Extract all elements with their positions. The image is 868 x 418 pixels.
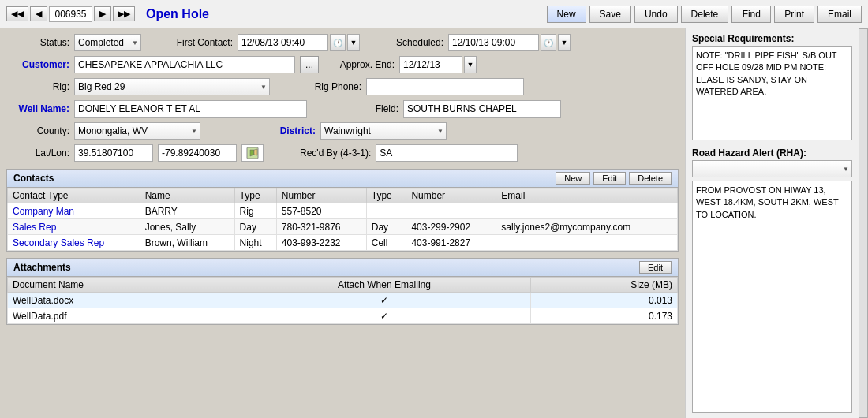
rha-section: Road Hazard Alert (RHA): [692, 147, 852, 413]
contact-type1: Rig [234, 203, 276, 219]
rig-phone-input[interactable] [366, 78, 524, 95]
contacts-table: Contact Type Name Type Number Type Numbe… [7, 188, 678, 251]
rha-select[interactable] [692, 160, 852, 177]
map-btn[interactable] [241, 144, 264, 162]
rec-by-input[interactable] [376, 144, 518, 162]
contacts-header: Contacts New Edit Delete [7, 170, 678, 188]
nav-last-btn[interactable]: ▶▶ [113, 6, 135, 21]
county-select-wrapper[interactable]: Monongalia, WV [74, 122, 200, 140]
find-button[interactable]: Find [731, 6, 771, 23]
email-button[interactable]: Email [817, 6, 862, 23]
scrollbar[interactable] [859, 28, 868, 418]
district-label: District: [253, 125, 316, 136]
attachment-row[interactable]: WellData.pdf ✓ 0.173 [8, 308, 678, 324]
field-input[interactable] [403, 100, 561, 118]
scheduled-arrow-btn[interactable]: ▼ [558, 34, 571, 51]
field-label: Field: [335, 103, 398, 114]
row-county: County: Monongalia, WV District: Wainwri… [6, 121, 679, 140]
contact-type2: Day [366, 219, 406, 235]
lat-input[interactable] [74, 144, 153, 162]
status-select[interactable]: Completed [74, 34, 141, 51]
scheduled-label: Scheduled: [380, 37, 443, 48]
status-label: Status: [6, 37, 69, 48]
rha-textarea[interactable] [692, 181, 852, 413]
col-contact-type: Contact Type [8, 188, 140, 203]
scheduled-input[interactable] [448, 34, 539, 51]
special-req-section: Special Requirements: [692, 33, 852, 143]
district-select-wrapper[interactable]: Wainwright [320, 122, 447, 140]
col-type1: Type [234, 188, 276, 203]
contact-number1: 557-8520 [276, 203, 366, 219]
col-type2: Type [366, 188, 406, 203]
contacts-edit-btn[interactable]: Edit [593, 172, 626, 185]
nav-first-btn[interactable]: ◀◀ [6, 6, 28, 21]
col-size: Size (MB) [531, 278, 678, 293]
contact-name: Brown, William [140, 235, 234, 251]
contact-number2 [406, 203, 496, 219]
special-req-label: Special Requirements: [692, 33, 852, 44]
customer-ellipsis-btn[interactable]: ... [300, 56, 319, 73]
new-button[interactable]: New [547, 6, 586, 23]
contact-type: Sales Rep [8, 219, 140, 235]
rha-select-wrapper[interactable] [692, 160, 852, 177]
first-contact-clock-btn[interactable]: 🕐 [330, 34, 346, 51]
row-wellname: Well Name: Field: [6, 99, 679, 118]
well-name-input[interactable] [74, 100, 307, 118]
rig-select[interactable]: Big Red 29 [74, 78, 270, 95]
col-email: Email [496, 188, 678, 203]
contact-email: sally.jones2@mycompany.com [496, 219, 678, 235]
contacts-new-btn[interactable]: New [556, 172, 590, 185]
rig-select-wrapper[interactable]: Big Red 29 [74, 78, 270, 95]
lon-input[interactable] [158, 144, 237, 162]
rha-label: Road Hazard Alert (RHA): [692, 147, 852, 159]
special-req-textarea[interactable] [692, 46, 852, 140]
col-attach-email: Attach When Emailing [238, 278, 530, 293]
contact-type: Secondary Sales Rep [8, 235, 140, 251]
contact-row[interactable]: Company Man BARRY Rig 557-8520 [8, 203, 678, 219]
contact-number2: 403-991-2827 [406, 235, 496, 251]
row-rig: Rig: Big Red 29 Rig Phone: [6, 77, 679, 96]
scheduled-clock-btn[interactable]: 🕐 [541, 34, 556, 51]
attachments-section: Attachments Edit Document Name Attach Wh… [6, 258, 679, 325]
nav-prev-btn[interactable]: ◀ [30, 6, 47, 21]
contact-type1: Night [234, 235, 276, 251]
undo-button[interactable]: Undo [634, 6, 678, 23]
contacts-header-buttons: New Edit Delete [556, 172, 672, 185]
approx-end-arrow-btn[interactable]: ▼ [464, 56, 477, 73]
rec-by-label: Rec'd By (4-3-1): [300, 147, 371, 159]
attachment-row[interactable]: WellData.docx ✓ 0.013 [8, 293, 678, 308]
col-doc-name: Document Name [8, 278, 238, 293]
page-title: Open Hole [146, 7, 542, 21]
nav-next-btn[interactable]: ▶ [94, 6, 111, 21]
customer-label: Customer: [6, 59, 69, 70]
contact-type2: Cell [366, 235, 406, 251]
customer-input[interactable] [74, 56, 295, 73]
county-select[interactable]: Monongalia, WV [74, 122, 200, 140]
contact-row[interactable]: Sales Rep Jones, Sally Day 780-321-9876 … [8, 219, 678, 235]
county-label: County: [6, 125, 69, 136]
first-contact-input[interactable] [238, 34, 328, 51]
print-button[interactable]: Print [774, 6, 814, 23]
contacts-delete-btn[interactable]: Delete [629, 172, 672, 185]
status-select-wrapper[interactable]: Completed [74, 34, 141, 51]
attachments-section-label: Attachments [13, 262, 71, 273]
attachments-table: Document Name Attach When Emailing Size … [7, 277, 678, 324]
delete-button[interactable]: Delete [681, 6, 729, 23]
attachments-edit-btn[interactable]: Edit [639, 261, 672, 274]
save-button[interactable]: Save [589, 6, 631, 23]
toolbar-buttons: New Save Undo Delete Find Print Email [547, 6, 862, 23]
district-select[interactable]: Wainwright [320, 122, 447, 140]
contact-name: Jones, Sally [140, 219, 234, 235]
contacts-section-label: Contacts [13, 173, 54, 184]
row-customer: Customer: ... Approx. End: ▼ [6, 55, 679, 74]
nav-buttons: ◀◀ ◀ 006935 ▶ ▶▶ [6, 6, 135, 22]
attachment-check: ✓ [238, 308, 530, 324]
approx-end-input[interactable] [399, 56, 462, 73]
contact-name: BARRY [140, 203, 234, 219]
contact-email [496, 203, 678, 219]
contact-row[interactable]: Secondary Sales Rep Brown, William Night… [8, 235, 678, 251]
approx-end-label: Approx. End: [331, 59, 395, 70]
contact-number2: 403-299-2902 [406, 219, 496, 235]
first-contact-arrow-btn[interactable]: ▼ [347, 34, 360, 51]
attachment-check: ✓ [238, 293, 530, 308]
